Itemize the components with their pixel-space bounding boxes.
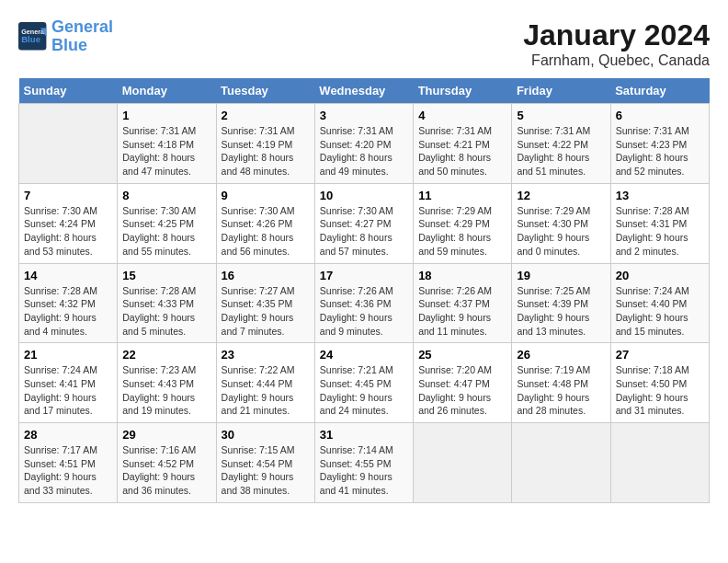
day-info: Sunrise: 7:19 AMSunset: 4:48 PMDaylight:… xyxy=(517,363,605,418)
day-number: 8 xyxy=(122,189,210,202)
weekday-header: Sunday xyxy=(19,78,118,104)
page-title: January 2024 xyxy=(523,18,710,52)
day-info: Sunrise: 7:28 AMSunset: 4:31 PMDaylight:… xyxy=(616,204,704,259)
calendar-cell: 26Sunrise: 7:19 AMSunset: 4:48 PMDayligh… xyxy=(512,343,610,423)
calendar-cell: 3Sunrise: 7:31 AMSunset: 4:20 PMDaylight… xyxy=(314,104,413,184)
day-number: 22 xyxy=(122,348,210,362)
day-info: Sunrise: 7:31 AMSunset: 4:22 PMDaylight:… xyxy=(517,124,605,178)
page-header: General Blue General Blue January 2024 F… xyxy=(18,18,710,69)
day-number: 29 xyxy=(122,428,210,442)
day-number: 21 xyxy=(24,348,112,362)
calendar-cell: 25Sunrise: 7:20 AMSunset: 4:47 PMDayligh… xyxy=(414,343,512,423)
day-number: 3 xyxy=(320,109,408,122)
day-number: 5 xyxy=(517,109,605,122)
day-info: Sunrise: 7:31 AMSunset: 4:21 PMDaylight:… xyxy=(418,124,506,178)
day-info: Sunrise: 7:31 AMSunset: 4:23 PMDaylight:… xyxy=(616,124,704,178)
day-info: Sunrise: 7:27 AMSunset: 4:35 PMDaylight:… xyxy=(222,284,310,339)
day-info: Sunrise: 7:14 AMSunset: 4:55 PMDaylight:… xyxy=(320,443,408,498)
day-number: 27 xyxy=(616,348,704,362)
day-info: Sunrise: 7:23 AMSunset: 4:43 PMDaylight:… xyxy=(122,363,210,418)
day-info: Sunrise: 7:26 AMSunset: 4:36 PMDaylight:… xyxy=(320,284,408,339)
calendar-body: 1Sunrise: 7:31 AMSunset: 4:18 PMDaylight… xyxy=(19,104,710,503)
day-info: Sunrise: 7:24 AMSunset: 4:41 PMDaylight:… xyxy=(24,363,112,418)
weekday-header: Thursday xyxy=(414,78,512,104)
calendar-cell: 6Sunrise: 7:31 AMSunset: 4:23 PMDaylight… xyxy=(610,104,709,184)
day-number: 31 xyxy=(320,428,408,442)
day-info: Sunrise: 7:26 AMSunset: 4:37 PMDaylight:… xyxy=(418,284,506,339)
calendar-cell: 15Sunrise: 7:28 AMSunset: 4:33 PMDayligh… xyxy=(118,263,216,343)
calendar-cell: 30Sunrise: 7:15 AMSunset: 4:54 PMDayligh… xyxy=(216,423,314,503)
day-number: 10 xyxy=(320,189,408,202)
weekday-header: Wednesday xyxy=(314,78,413,104)
calendar-cell: 12Sunrise: 7:29 AMSunset: 4:30 PMDayligh… xyxy=(512,183,610,263)
weekday-header: Saturday xyxy=(610,78,709,104)
calendar-cell: 17Sunrise: 7:26 AMSunset: 4:36 PMDayligh… xyxy=(314,263,413,343)
calendar-cell: 19Sunrise: 7:25 AMSunset: 4:39 PMDayligh… xyxy=(512,263,610,343)
calendar-cell: 5Sunrise: 7:31 AMSunset: 4:22 PMDaylight… xyxy=(512,104,610,184)
day-number: 28 xyxy=(24,428,112,442)
day-number: 12 xyxy=(517,189,605,202)
logo: General Blue General Blue xyxy=(18,18,113,55)
day-number: 25 xyxy=(418,348,506,362)
day-number: 1 xyxy=(122,109,210,122)
day-info: Sunrise: 7:29 AMSunset: 4:29 PMDaylight:… xyxy=(418,204,506,259)
day-number: 20 xyxy=(616,269,704,282)
day-info: Sunrise: 7:31 AMSunset: 4:19 PMDaylight:… xyxy=(222,124,310,178)
logo-text: General Blue xyxy=(51,18,113,55)
calendar-cell: 7Sunrise: 7:30 AMSunset: 4:24 PMDaylight… xyxy=(19,183,118,263)
day-number: 4 xyxy=(418,109,506,122)
svg-text:Blue: Blue xyxy=(21,34,40,44)
calendar-header: SundayMondayTuesdayWednesdayThursdayFrid… xyxy=(19,78,710,104)
day-info: Sunrise: 7:28 AMSunset: 4:32 PMDaylight:… xyxy=(24,284,112,339)
day-info: Sunrise: 7:21 AMSunset: 4:45 PMDaylight:… xyxy=(320,363,408,418)
day-number: 13 xyxy=(616,189,704,202)
calendar-cell xyxy=(414,423,512,503)
day-number: 17 xyxy=(320,269,408,282)
calendar-cell xyxy=(610,423,709,503)
day-info: Sunrise: 7:31 AMSunset: 4:20 PMDaylight:… xyxy=(320,124,408,178)
day-info: Sunrise: 7:22 AMSunset: 4:44 PMDaylight:… xyxy=(222,363,310,418)
day-number: 26 xyxy=(517,348,605,362)
calendar-cell: 23Sunrise: 7:22 AMSunset: 4:44 PMDayligh… xyxy=(216,343,314,423)
day-number: 15 xyxy=(122,269,210,282)
calendar-week-row: 7Sunrise: 7:30 AMSunset: 4:24 PMDaylight… xyxy=(19,183,710,263)
calendar-cell: 18Sunrise: 7:26 AMSunset: 4:37 PMDayligh… xyxy=(414,263,512,343)
day-info: Sunrise: 7:31 AMSunset: 4:18 PMDaylight:… xyxy=(122,124,210,178)
calendar-cell: 1Sunrise: 7:31 AMSunset: 4:18 PMDaylight… xyxy=(118,104,216,184)
calendar-table: SundayMondayTuesdayWednesdayThursdayFrid… xyxy=(18,78,710,503)
day-number: 18 xyxy=(418,269,506,282)
logo-icon: General Blue xyxy=(18,22,48,52)
day-info: Sunrise: 7:30 AMSunset: 4:26 PMDaylight:… xyxy=(222,204,310,259)
weekday-header: Friday xyxy=(512,78,610,104)
day-info: Sunrise: 7:17 AMSunset: 4:51 PMDaylight:… xyxy=(24,443,112,498)
calendar-cell xyxy=(512,423,610,503)
day-info: Sunrise: 7:24 AMSunset: 4:40 PMDaylight:… xyxy=(616,284,704,339)
calendar-cell: 21Sunrise: 7:24 AMSunset: 4:41 PMDayligh… xyxy=(19,343,118,423)
calendar-cell: 8Sunrise: 7:30 AMSunset: 4:25 PMDaylight… xyxy=(118,183,216,263)
calendar-cell: 13Sunrise: 7:28 AMSunset: 4:31 PMDayligh… xyxy=(610,183,709,263)
calendar-week-row: 21Sunrise: 7:24 AMSunset: 4:41 PMDayligh… xyxy=(19,343,710,423)
day-info: Sunrise: 7:16 AMSunset: 4:52 PMDaylight:… xyxy=(122,443,210,498)
calendar-cell: 24Sunrise: 7:21 AMSunset: 4:45 PMDayligh… xyxy=(314,343,413,423)
calendar-cell: 29Sunrise: 7:16 AMSunset: 4:52 PMDayligh… xyxy=(118,423,216,503)
day-info: Sunrise: 7:30 AMSunset: 4:24 PMDaylight:… xyxy=(24,204,112,259)
calendar-cell: 20Sunrise: 7:24 AMSunset: 4:40 PMDayligh… xyxy=(610,263,709,343)
day-number: 30 xyxy=(222,428,310,442)
calendar-cell: 28Sunrise: 7:17 AMSunset: 4:51 PMDayligh… xyxy=(19,423,118,503)
calendar-cell: 27Sunrise: 7:18 AMSunset: 4:50 PMDayligh… xyxy=(610,343,709,423)
day-number: 14 xyxy=(24,269,112,282)
day-number: 11 xyxy=(418,189,506,202)
calendar-cell: 9Sunrise: 7:30 AMSunset: 4:26 PMDaylight… xyxy=(216,183,314,263)
day-info: Sunrise: 7:20 AMSunset: 4:47 PMDaylight:… xyxy=(418,363,506,418)
calendar-cell: 16Sunrise: 7:27 AMSunset: 4:35 PMDayligh… xyxy=(216,263,314,343)
header-row: SundayMondayTuesdayWednesdayThursdayFrid… xyxy=(19,78,710,104)
day-number: 16 xyxy=(222,269,310,282)
day-number: 24 xyxy=(320,348,408,362)
day-info: Sunrise: 7:30 AMSunset: 4:25 PMDaylight:… xyxy=(122,204,210,259)
calendar-cell: 31Sunrise: 7:14 AMSunset: 4:55 PMDayligh… xyxy=(314,423,413,503)
day-number: 23 xyxy=(222,348,310,362)
day-number: 19 xyxy=(517,269,605,282)
calendar-cell xyxy=(19,104,118,184)
calendar-cell: 14Sunrise: 7:28 AMSunset: 4:32 PMDayligh… xyxy=(19,263,118,343)
calendar-week-row: 14Sunrise: 7:28 AMSunset: 4:32 PMDayligh… xyxy=(19,263,710,343)
